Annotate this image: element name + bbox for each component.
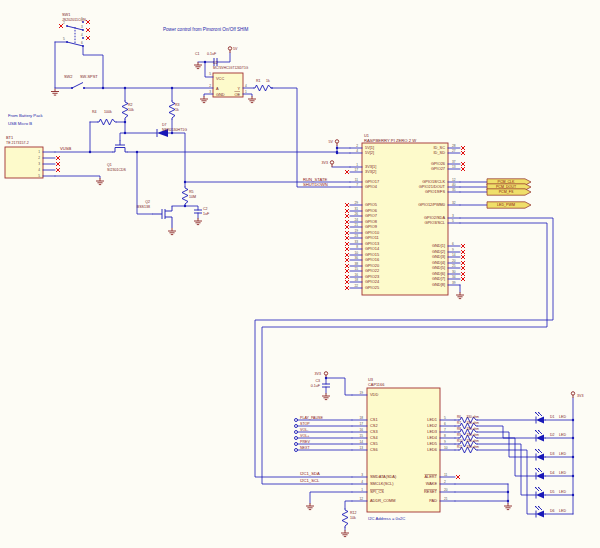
pin-number: 17	[359, 422, 363, 426]
pin-number: 12	[359, 497, 363, 501]
pin-number: 5	[452, 219, 454, 223]
bt1-pin-number: 5	[38, 174, 40, 178]
pin-name: GND[1]	[432, 243, 445, 248]
r12-ref: R12	[350, 511, 357, 515]
pin-name: GND[5]	[432, 265, 445, 270]
pin-name: CS4	[370, 435, 378, 440]
no-connect-x-mark	[345, 214, 349, 218]
bt1-pin-number: 4	[38, 168, 40, 172]
ground-symbol	[168, 228, 176, 235]
sw1-pin-number: 2	[63, 21, 65, 25]
pin-number: 6	[452, 242, 454, 246]
touch-input-pin-circle	[295, 449, 298, 452]
junction-dot	[336, 152, 338, 154]
pin-name: SMCLK(SCL)	[370, 481, 394, 486]
pin-number: 37	[452, 160, 456, 164]
pin-name: GPIO19/FS	[425, 189, 446, 194]
pin-number: 25	[452, 264, 456, 268]
u2-part: MC74VHC1GT126DT1G	[213, 66, 249, 70]
q2-ref: Q2	[145, 200, 150, 204]
resistor-r4	[97, 119, 117, 125]
touch-input-pin-circle	[295, 443, 298, 446]
junction-dot	[204, 61, 206, 63]
u2-pin-y: Y	[237, 86, 240, 91]
note-battery-1: From Battery Pack	[8, 113, 44, 118]
pin-number: 6	[444, 422, 446, 426]
no-connect-x-mark	[86, 28, 90, 32]
d7-ref: D7	[162, 123, 167, 127]
pin-number: 34	[452, 275, 456, 279]
pin-name: RESET	[424, 489, 438, 494]
touch-net-label: STOP	[300, 422, 310, 426]
note-power-control: Power control from Pimoroni On/Off SHIM	[163, 27, 249, 32]
touch-net-label: NEXT	[300, 446, 310, 450]
r5-value: 10M	[189, 195, 196, 199]
led-resistor-value: 330 ohm	[467, 415, 480, 419]
junction-dot	[124, 121, 126, 123]
pin-number: 1	[356, 163, 358, 167]
no-connect-x-mark	[345, 220, 349, 224]
no-connect-x-mark	[461, 255, 465, 259]
pin-number: 3	[361, 473, 363, 477]
pin-number: 11	[355, 178, 359, 182]
ground-symbol	[200, 96, 208, 103]
no-connect-x-mark	[345, 280, 349, 284]
pin-name: PAD	[429, 498, 437, 503]
junction-dot	[136, 151, 138, 153]
u2-pin-oe: OE	[234, 92, 240, 97]
pin-number: 9	[444, 440, 446, 444]
led-resistor-ref: R7	[457, 421, 461, 425]
led-label: LED	[559, 509, 566, 513]
schematic-page: Power control from Pimoroni On/Off SHIM …	[0, 0, 600, 548]
pin-number: 4	[361, 480, 363, 484]
led-ref: D6	[550, 509, 555, 513]
pin-name: ID_SD	[434, 150, 446, 155]
pin-number: 19	[354, 229, 358, 233]
bt1-pin-number: 1	[38, 150, 40, 154]
ground-symbol	[322, 393, 330, 400]
u2-pin-gnd: GND	[216, 92, 225, 97]
no-connect-x-mark	[461, 266, 465, 270]
capacitor-c2	[194, 210, 202, 213]
bt1-pin-number: 3	[38, 162, 40, 166]
u2-pin-a: A	[216, 86, 219, 91]
no-connect-x-mark	[86, 36, 90, 40]
pin-number: 38	[354, 262, 358, 266]
pin-number: 15	[359, 434, 363, 438]
power-flag-pi-5v: 5V	[329, 140, 334, 144]
led-resistor-value: 330 ohm	[467, 433, 480, 437]
power-flag-symbol	[571, 392, 574, 398]
pin-number: 26	[354, 212, 358, 216]
pin-number: 40	[452, 183, 456, 187]
q1-ref: Q1	[107, 163, 112, 167]
pin-name: VDD	[370, 392, 378, 397]
led-resistor-value: 330 ohm	[467, 445, 480, 449]
wire	[217, 53, 230, 62]
resistor-r1	[253, 85, 273, 91]
note-battery-2: USB Micro B	[8, 121, 32, 126]
junction-dot	[507, 500, 509, 502]
junction-dot	[325, 377, 327, 379]
no-connect-x-mark	[345, 242, 349, 246]
pin-name: GND[7]	[432, 276, 445, 281]
note-i2c-address: I2C Address = 0x2C	[368, 516, 405, 521]
pin-number: 7	[356, 183, 358, 187]
pin-name: CS3	[370, 429, 378, 434]
junction-dot	[124, 87, 126, 89]
pin-name: GPIO9	[365, 224, 377, 229]
junction-dot	[184, 205, 186, 207]
led-resistor-value: 330 ohm	[467, 421, 480, 425]
junction-dot	[124, 132, 126, 134]
led-ref: D3	[550, 452, 555, 456]
u2-pin-vcc: VCC	[216, 76, 224, 81]
wire	[271, 88, 350, 187]
pin-name: SPI_CS	[370, 489, 384, 494]
pin-number: 16	[354, 273, 358, 277]
pin-name: GPIO22	[365, 268, 379, 273]
led-resistor-ref: R11	[457, 445, 463, 449]
pin-name: LED5	[427, 441, 437, 446]
u1-title: RASPBERRY PI ZERO 2 W	[364, 138, 416, 143]
led-ref: D2	[550, 433, 555, 437]
pin-name: GND[8]	[432, 282, 445, 287]
touch-net-label: VOL-	[300, 428, 309, 432]
